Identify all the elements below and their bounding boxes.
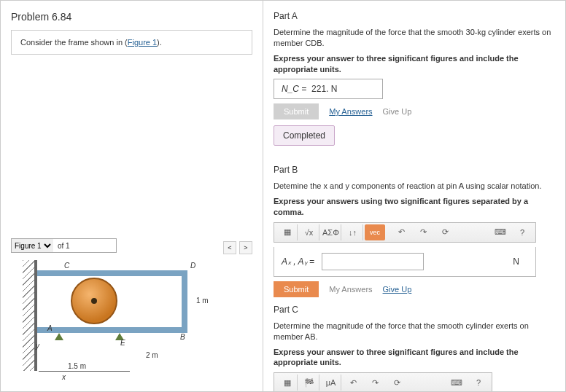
tb-redo-icon[interactable]: ↷ — [413, 224, 433, 240]
pt-b: B — [180, 333, 185, 341]
tb-sqrt-icon[interactable]: √x — [299, 224, 319, 240]
pt-d: D — [190, 262, 195, 270]
tb-reset-icon[interactable]: ⟳ — [435, 224, 455, 240]
tb-help-icon[interactable]: ? — [512, 224, 532, 240]
axis-x: x — [62, 373, 66, 381]
figure-link[interactable]: Figure 1 — [128, 38, 157, 47]
figure-selector[interactable]: Figure 1 of 1 — [11, 238, 117, 253]
tb-undo-icon[interactable]: ↶ — [391, 224, 411, 240]
part-a-desc: Determine the magnitude of the force tha… — [274, 27, 558, 49]
part-b-express: Express your answers using two significa… — [274, 196, 558, 218]
part-a-submit-button: Submit — [274, 103, 319, 119]
tb-c-undo-icon[interactable]: ↶ — [343, 375, 363, 391]
figure-select[interactable]: Figure 1 — [12, 239, 53, 252]
part-a-express: Express your answer to three significant… — [274, 53, 558, 75]
part-b-answer-input[interactable] — [322, 253, 424, 270]
pt-c: C — [64, 262, 69, 270]
part-b-var: Aₓ , Aᵧ = — [282, 256, 314, 267]
figure-canvas: C D A B E y x 1.5 m 2 m 1 m — [11, 260, 237, 391]
tb-c-templates-icon[interactable]: ▦ — [277, 375, 298, 391]
dim-1-5m: 1.5 m — [68, 362, 86, 370]
tb-c-reset-icon[interactable]: ⟳ — [387, 375, 407, 391]
part-b-giveup-link[interactable]: Give Up — [383, 285, 412, 294]
part-b-toolbar: ▦ √x ΑΣΦ ↓↑ vec ↶ ↷ ⟳ ⌨ ? — [274, 222, 536, 243]
tb-vec-button[interactable]: vec — [365, 224, 385, 240]
tb-c-badge-icon[interactable]: 🏁 — [299, 375, 319, 391]
axis-y: y — [36, 342, 39, 350]
tb-c-redo-icon[interactable]: ↷ — [365, 375, 385, 391]
part-a-label: Part A — [274, 11, 558, 21]
prompt-box: Consider the frame shown in (Figure 1). — [11, 30, 252, 55]
part-c-express: Express your answer to three significant… — [274, 347, 558, 369]
part-b-submit-button[interactable]: Submit — [274, 281, 319, 297]
part-a-completed-badge: Completed — [274, 125, 335, 146]
part-b-desc: Detemine the x and y components of react… — [274, 181, 558, 192]
prompt-post: ). — [157, 38, 162, 47]
dim-2m: 2 m — [146, 351, 158, 359]
part-c-desc: Determine the magnitude of the force tha… — [274, 321, 558, 342]
tb-c-mu-button[interactable]: μA — [321, 375, 341, 391]
part-a-answer-box: N_C = 221. N — [274, 79, 383, 99]
figure-prev-button[interactable]: < — [223, 241, 236, 254]
pt-e: E — [120, 339, 125, 347]
part-c-toolbar: ▦ 🏁 μA ↶ ↷ ⟳ ⌨ ? — [274, 372, 492, 391]
tb-c-help-icon[interactable]: ? — [468, 375, 489, 391]
part-c-label: Part C — [274, 305, 558, 315]
problem-title: Problem 6.84 — [11, 11, 252, 23]
part-b-label: Part B — [274, 165, 558, 175]
part-a-myanswers-link[interactable]: My Answers — [329, 107, 372, 116]
tb-templates-icon[interactable]: ▦ — [277, 224, 298, 240]
dim-1m: 1 m — [196, 297, 209, 305]
figure-next-button[interactable]: > — [239, 241, 252, 254]
part-b-unit: N — [513, 256, 519, 267]
tb-vector-button[interactable]: ↓↑ — [343, 224, 363, 240]
part-b-myanswers: My Answers — [329, 285, 372, 294]
tb-keyboard-icon[interactable]: ⌨ — [490, 224, 511, 240]
pt-a: A — [47, 324, 53, 332]
tb-c-keyboard-icon[interactable]: ⌨ — [446, 375, 467, 391]
prompt-pre: Consider the frame shown in ( — [20, 38, 128, 47]
figure-of: of 1 — [56, 242, 71, 250]
part-a-giveup: Give Up — [383, 107, 412, 116]
tb-symbols-button[interactable]: ΑΣΦ — [321, 224, 341, 240]
